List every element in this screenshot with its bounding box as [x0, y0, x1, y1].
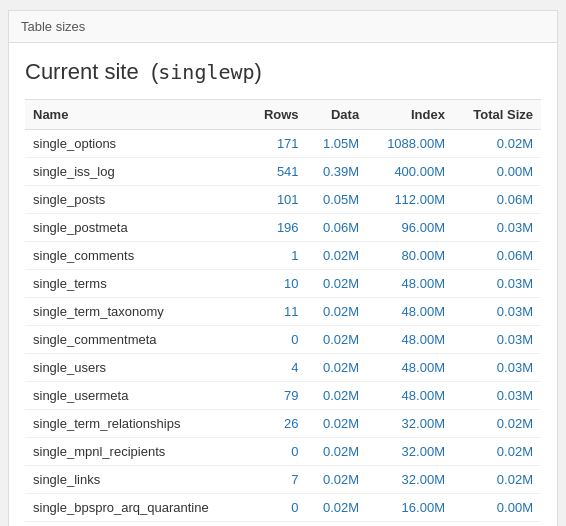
cell-total: 0.02M	[453, 438, 541, 466]
cell-name: single_bpspro_arq_quarantine	[25, 494, 248, 522]
cell-data: 0.02M	[307, 466, 368, 494]
cell-total: 0.03M	[453, 382, 541, 410]
cell-rows: 0	[248, 522, 307, 527]
cell-name: single_iss_log	[25, 158, 248, 186]
cell-rows: 1	[248, 242, 307, 270]
col-rows: Rows	[248, 100, 307, 130]
cell-name: single_commentmeta	[25, 326, 248, 354]
table-row: single_links70.02M32.00M0.02M	[25, 466, 541, 494]
cell-data: 0.02M	[307, 382, 368, 410]
cell-name: single_comments	[25, 242, 248, 270]
table-row: single_iss_log5410.39M400.00M0.00M	[25, 158, 541, 186]
cell-data: 0.02M	[307, 270, 368, 298]
site-heading-text: Current site	[25, 59, 139, 84]
cell-index: 16.00M	[367, 522, 453, 527]
table-header-row: Name Rows Data Index Total Size	[25, 100, 541, 130]
table-row: single_terms100.02M48.00M0.03M	[25, 270, 541, 298]
cell-rows: 7	[248, 466, 307, 494]
cell-data: 0.02M	[307, 438, 368, 466]
cell-total: 0.02M	[453, 466, 541, 494]
table-row: single_postmeta1960.06M96.00M0.03M	[25, 214, 541, 242]
cell-name: single_bpspro_arq_exclude	[25, 522, 248, 527]
panel-title: Table sizes	[9, 11, 557, 43]
cell-total: 0.06M	[453, 186, 541, 214]
cell-index: 48.00M	[367, 382, 453, 410]
table-row: single_term_relationships260.02M32.00M0.…	[25, 410, 541, 438]
site-heading: Current site (singlewp)	[25, 59, 541, 85]
cell-total: 0.03M	[453, 326, 541, 354]
cell-data: 0.02M	[307, 410, 368, 438]
table-row: single_posts1010.05M112.00M0.06M	[25, 186, 541, 214]
cell-index: 32.00M	[367, 466, 453, 494]
cell-data: 1.05M	[307, 130, 368, 158]
cell-rows: 0	[248, 438, 307, 466]
cell-total: 0.06M	[453, 242, 541, 270]
cell-data: 0.02M	[307, 242, 368, 270]
cell-total: 0.02M	[453, 410, 541, 438]
cell-data: 0.06M	[307, 214, 368, 242]
table-row: single_users40.02M48.00M0.03M	[25, 354, 541, 382]
cell-name: single_mpnl_recipients	[25, 438, 248, 466]
cell-total: 0.02M	[453, 130, 541, 158]
cell-rows: 541	[248, 158, 307, 186]
cell-name: single_users	[25, 354, 248, 382]
cell-rows: 26	[248, 410, 307, 438]
table-row: single_options1711.05M1088.00M0.02M	[25, 130, 541, 158]
cell-index: 48.00M	[367, 270, 453, 298]
cell-index: 48.00M	[367, 326, 453, 354]
cell-rows: 0	[248, 494, 307, 522]
cell-rows: 11	[248, 298, 307, 326]
col-data: Data	[307, 100, 368, 130]
cell-total: 0.03M	[453, 298, 541, 326]
cell-rows: 0	[248, 326, 307, 354]
table-row: single_commentmeta00.02M48.00M0.03M	[25, 326, 541, 354]
cell-name: single_term_relationships	[25, 410, 248, 438]
cell-rows: 10	[248, 270, 307, 298]
cell-rows: 171	[248, 130, 307, 158]
site-name: singlewp	[158, 60, 254, 84]
table-row: single_mpnl_recipients00.02M32.00M0.02M	[25, 438, 541, 466]
cell-index: 96.00M	[367, 214, 453, 242]
cell-total: 0.03M	[453, 354, 541, 382]
cell-data: 0.02M	[307, 326, 368, 354]
cell-rows: 79	[248, 382, 307, 410]
cell-index: 48.00M	[367, 354, 453, 382]
cell-data: 0.02M	[307, 298, 368, 326]
cell-data: 0.02M	[307, 354, 368, 382]
cell-name: single_term_taxonomy	[25, 298, 248, 326]
cell-name: single_terms	[25, 270, 248, 298]
col-total: Total Size	[453, 100, 541, 130]
table-row: single_term_taxonomy110.02M48.00M0.03M	[25, 298, 541, 326]
panel-body: Current site (singlewp) Name Rows Data I…	[9, 43, 557, 526]
cell-name: single_postmeta	[25, 214, 248, 242]
cell-index: 80.00M	[367, 242, 453, 270]
col-index: Index	[367, 100, 453, 130]
table-sizes-table: Name Rows Data Index Total Size single_o…	[25, 99, 541, 526]
cell-data: 0.02M	[307, 494, 368, 522]
cell-name: single_links	[25, 466, 248, 494]
table-row: single_bpspro_arq_exclude00.02M16.00M0.0…	[25, 522, 541, 527]
table-row: single_usermeta790.02M48.00M0.03M	[25, 382, 541, 410]
table-row: single_comments10.02M80.00M0.06M	[25, 242, 541, 270]
table-body: single_options1711.05M1088.00M0.02Msingl…	[25, 130, 541, 527]
cell-index: 48.00M	[367, 298, 453, 326]
cell-data: 0.39M	[307, 158, 368, 186]
table-sizes-panel: Table sizes Current site (singlewp) Name…	[8, 10, 558, 526]
cell-data: 0.05M	[307, 186, 368, 214]
cell-index: 16.00M	[367, 494, 453, 522]
cell-name: single_posts	[25, 186, 248, 214]
cell-rows: 4	[248, 354, 307, 382]
cell-index: 32.00M	[367, 438, 453, 466]
cell-total: 0.03M	[453, 214, 541, 242]
cell-rows: 196	[248, 214, 307, 242]
cell-name: single_usermeta	[25, 382, 248, 410]
cell-total: 0.03M	[453, 270, 541, 298]
cell-index: 400.00M	[367, 158, 453, 186]
cell-data: 0.02M	[307, 522, 368, 527]
col-name: Name	[25, 100, 248, 130]
cell-total: 0.00M	[453, 522, 541, 527]
cell-total: 0.00M	[453, 158, 541, 186]
table-row: single_bpspro_arq_quarantine00.02M16.00M…	[25, 494, 541, 522]
cell-index: 112.00M	[367, 186, 453, 214]
cell-name: single_options	[25, 130, 248, 158]
